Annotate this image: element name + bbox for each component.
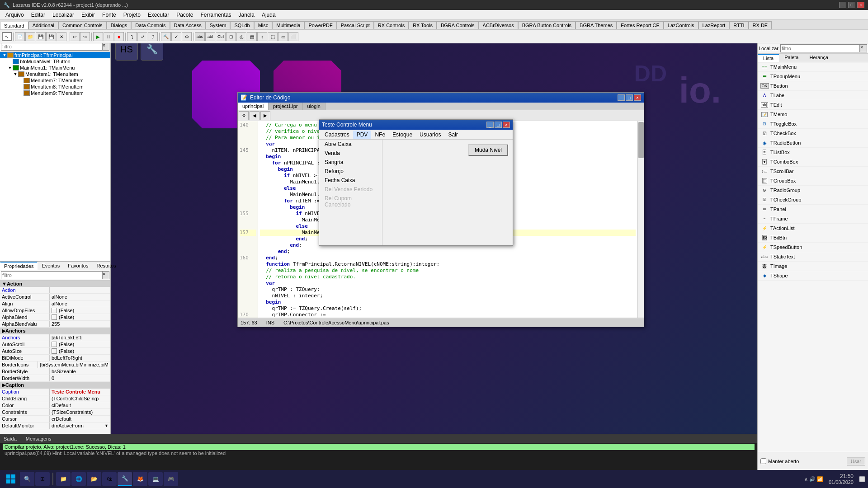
search-button[interactable]: 🔍 [20,472,34,486]
toolbar-scroll2[interactable]: ↕ [257,32,267,41]
folder-taskbar-icon[interactable]: 📂 [87,472,101,486]
tree-expand-menuitem1[interactable]: ▼ [13,72,18,76]
start-button[interactable] [3,472,19,486]
toolbar-frame2[interactable]: ⬜ [288,32,298,41]
comp-tab-paleta[interactable]: Paleta [779,54,804,62]
tab-multimedia[interactable]: Multimedia [272,21,304,29]
toolbar-component[interactable]: Ctrl [216,32,226,41]
comp-item-tcombobox[interactable]: ▼ TComboBox [758,157,868,167]
prop-value-alphablend[interactable]: (False) [50,314,110,320]
toolbar-group2[interactable]: ⬚ [268,32,278,41]
toolbar-options[interactable]: ⚙ [182,32,192,41]
editor-tab-ulogin[interactable]: ulogin [303,103,326,110]
prop-name-bordericons[interactable]: BorderIcons [0,361,38,368]
popup-menu-cadastros[interactable]: Cadastros [321,131,353,139]
props-filter-input[interactable] [1,271,102,279]
toolbar-stepout[interactable]: ⤴ [148,32,158,41]
tab-data-access[interactable]: Data Access [170,21,206,29]
prop-name-defaultmonitor[interactable]: DefaultMonitor [0,422,50,429]
menu-projeto[interactable]: Projeto [120,11,144,19]
tab-bgra[interactable]: BGRA Controls [437,21,479,29]
tab-favoritos[interactable]: Favoritos [64,262,92,270]
taskbar-notification[interactable]: ⬜ [859,476,865,482]
tab-common-controls[interactable]: Common Controls [58,21,107,29]
tab-rx-controls[interactable]: RX Controls [374,21,409,29]
prop-value-activecontrol[interactable]: alNone [50,294,110,300]
minimize-button[interactable]: _ [839,2,846,8]
tab-acbr[interactable]: ACBrDiversos [479,21,518,29]
prop-name-align[interactable]: Align [0,300,50,307]
toolbar-pause[interactable]: ⏸ [104,32,113,41]
comp-item-tbutton[interactable]: OK TButton [758,81,868,91]
tab-rtti[interactable]: RTTI [729,21,748,29]
editor-scrollbar[interactable] [637,121,644,318]
prop-name-allowdrop[interactable]: AllowDropFiles [0,307,50,314]
prop-name-cursor[interactable]: Cursor [0,416,50,422]
prop-value-bordericons[interactable]: [biSystemMenu,biMinimize,biM [38,361,110,368]
tree-item-menuitem8[interactable]: MenuItem8: TMenuItem [0,84,110,90]
tree-item-btn[interactable]: btnMudaNivel: TButton [0,58,110,65]
tab-bgra-themes[interactable]: BGRA Themes [576,21,617,29]
prop-name-autosize[interactable]: AutoSize [0,348,50,354]
comp-item-tpopupmenu[interactable]: ☰ TPopupMenu [758,72,868,81]
prop-name-action[interactable]: Action [0,287,50,293]
tree-item-form[interactable]: ▼ frmPrincipal: TfrmPrincipal [0,52,110,58]
tab-standard[interactable]: Standard [0,22,28,29]
prop-name-caption[interactable]: Caption [0,389,50,395]
tab-fortes[interactable]: Fortes Report CE [617,21,664,29]
prop-value-anchors[interactable]: [akTop,akLeft] [50,334,110,341]
toolbar-undo[interactable]: ↩ [70,32,80,41]
comp-item-timage[interactable]: 🖼 TImage [758,262,868,271]
prop-name-color[interactable]: Color [0,402,50,408]
editor-tab-project1[interactable]: project1.lpr [269,103,302,110]
toolbar-label[interactable]: abc [195,32,205,41]
prop-value-borderstyle[interactable]: bsSizeable [50,368,110,375]
menu-exibir[interactable]: Exibir [78,11,99,19]
menu-ferramentas[interactable]: Ferramentas [197,11,235,19]
menu-arquivo[interactable]: Arquivo [2,11,28,19]
popup-maximize-btn[interactable]: □ [495,122,502,128]
close-button[interactable]: × [857,2,864,8]
prop-value-constraints[interactable]: (TSizeConstraints) [50,409,110,415]
popup-entry-abrecaixa[interactable]: Abre Caixa [319,140,382,149]
menu-pacote[interactable]: Pacote [173,11,197,19]
prop-value-color[interactable]: clDefault [50,402,110,408]
toolbar-build[interactable]: 🔨 [161,32,171,41]
editor-tb-icon1[interactable]: ⚙ [239,111,249,120]
prop-value-bidimode[interactable]: bdLeftToRight [50,355,110,361]
editor-forward-btn[interactable]: ▶ [260,111,270,120]
manter-aberto-checkbox[interactable] [760,458,766,464]
comp-item-tmemo[interactable]: 📝 TMemo [758,110,868,119]
comp-item-tlabel[interactable]: A TLabel [758,91,868,100]
prop-value-align[interactable]: alNone [50,300,110,307]
prop-value-caption[interactable]: Teste Controle Menu [50,389,110,395]
tree-item-menuitem7[interactable]: MenuItem7: TMenuItem [0,77,110,84]
prop-name-borderstyle[interactable]: BorderStyle [0,368,50,375]
menu-janela[interactable]: Janela [235,11,258,19]
tree-expand-mainmenu[interactable]: ▼ [7,66,13,70]
popup-entry-sangria[interactable]: Sangria [319,158,382,167]
toolbar-redo[interactable]: ↪ [80,32,90,41]
menu-executar[interactable]: Executar [144,11,173,19]
prop-value-defaultmonitor[interactable]: dmActiveForm ▼ [50,422,110,429]
tree-item-menuitem1[interactable]: ▼ MenuItem1: TMenuItem [0,71,110,77]
editor-tab-uprincipal[interactable]: uprincipal [238,103,269,110]
editor-close-btn[interactable]: × [634,94,641,101]
prop-value-autoscroll[interactable]: (False) [50,341,110,347]
editor-maximize-btn[interactable]: □ [626,94,633,101]
editor-back-btn[interactable]: ◀ [250,111,259,120]
toolbar-panel2[interactable]: ▭ [278,32,288,41]
dropdown-arrow[interactable]: ▼ [104,423,108,428]
comp-item-tradiogroup[interactable]: ⊙ TRadioGroup [758,186,868,195]
comp-item-tstatictext[interactable]: abc TStaticText [758,252,868,262]
prop-name-autoscroll[interactable]: AutoScroll [0,341,50,347]
prop-section-caption[interactable]: ▶ Caption [0,382,110,389]
toolbar-run[interactable]: ▶ [93,32,103,41]
comp-item-tactionlist[interactable]: ⚡ TActionList [758,224,868,233]
toolbar-save[interactable]: 💾 [36,32,46,41]
browser-taskbar-icon[interactable]: 🦊 [133,472,147,486]
muda-nivel-button[interactable]: Muda Nivel [468,144,508,156]
tab-lazreport[interactable]: LazReport [698,21,730,29]
popup-entry-relvendas[interactable]: Rel Vendas Periodo [319,185,382,194]
popup-menu-sair[interactable]: Sair [444,131,461,139]
